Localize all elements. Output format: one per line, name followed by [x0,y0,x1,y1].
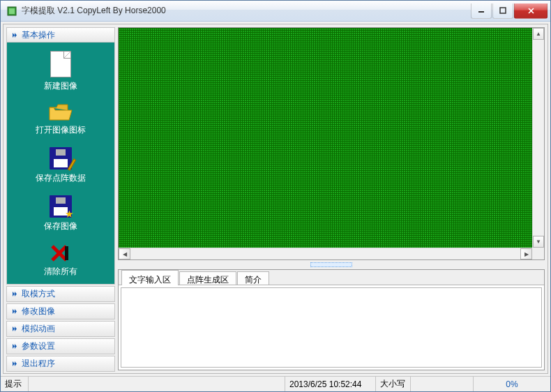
sidebar-item-label: 清除所有 [44,266,77,278]
sidebar-header[interactable]: 退出程序 [7,356,114,371]
sidebar-body: 新建图像 打开图像图标 保存点阵数据 ★ 保存图像 [7,43,114,284]
tab-label: 简介 [245,275,262,285]
scroll-down-button[interactable]: ▼ [533,236,544,248]
tab-strip: 文字输入区 点阵生成区 简介 [119,270,544,285]
main-area: ▲ ▼ ◀ ▶ 文字输入区 点阵生成区 简介 [115,24,548,373]
scroll-up-button[interactable]: ▲ [533,28,544,40]
floppy-save-icon [50,147,72,169]
sidebar-header-label: 参数设置 [22,340,55,352]
app-icon [6,6,17,17]
sidebar: 基本操作 新建图像 打开图像图标 保存点阵数据 [3,24,115,373]
sidebar-header[interactable]: 模拟动画 [7,322,114,336]
statusbar: 提示 2013/6/25 10:52:44 大小写 0% [1,376,550,391]
tab-about[interactable]: 简介 [237,271,269,285]
pixel-grid-canvas[interactable] [119,28,532,248]
sidebar-item-clear-all[interactable]: 清除所有 [7,243,114,278]
sidebar-header-label: 取模方式 [22,288,55,300]
scroll-corner [532,248,544,259]
canvas-frame: ▲ ▼ ◀ ▶ [118,27,545,260]
scroll-left-button[interactable]: ◀ [119,248,130,259]
window-controls [471,3,548,19]
sidebar-header[interactable]: 参数设置 [7,339,114,354]
tab-label: 文字输入区 [129,275,171,285]
status-caps: 大小写 [376,377,411,391]
chevron-icon [11,32,17,38]
sidebar-panel-extract-mode: 取模方式 [6,286,115,302]
chevron-icon [11,308,17,315]
status-hint-label: 提示 [1,377,29,391]
svg-rect-3 [65,246,68,260]
horizontal-scrollbar[interactable]: ◀ ▶ [119,248,532,259]
text-input-area[interactable] [121,287,542,368]
sidebar-item-save-image[interactable]: ★ 保存图像 [7,195,114,232]
tab-matrix-output[interactable]: 点阵生成区 [179,271,236,285]
status-datetime: 2013/6/25 10:52:44 [285,377,376,391]
svg-rect-1 [9,8,15,14]
tab-body [119,285,544,370]
status-spacer [29,377,285,391]
sidebar-header[interactable]: 修改图像 [7,304,114,319]
scroll-right-button[interactable]: ▶ [520,248,532,259]
sidebar-panel-modify-image: 修改图像 [6,303,115,319]
chevron-icon [11,291,17,297]
canvas-scroll: ▲ ▼ ◀ ▶ [119,28,544,259]
folder-icon [48,103,73,121]
window-title: 字模提取 V2.1 CopyLeft By Horse2000 [22,5,471,17]
clear-icon [50,243,72,263]
sidebar-item-open-image[interactable]: 打开图像图标 [7,103,114,136]
sidebar-item-save-matrix[interactable]: 保存点阵数据 [7,147,114,184]
sidebar-header-label: 退出程序 [22,358,55,370]
sidebar-panel-settings: 参数设置 [6,338,115,354]
chevron-icon [11,361,17,367]
vertical-scrollbar[interactable]: ▲ ▼ [532,28,544,248]
splitter[interactable] [118,262,545,268]
sidebar-header[interactable]: 取模方式 [7,287,114,301]
tab-text-input[interactable]: 文字输入区 [121,270,179,285]
chevron-icon [11,343,17,349]
splitter-grip-icon [310,262,352,267]
sidebar-item-new-image[interactable]: 新建图像 [7,51,114,92]
tab-label: 点阵生成区 [187,275,229,285]
close-button[interactable] [514,3,548,19]
sidebar-header-basic[interactable]: 基本操作 [7,28,114,43]
sidebar-panel-basic: 基本操作 新建图像 打开图像图标 保存点阵数据 [6,27,115,285]
minimize-button[interactable] [471,3,492,19]
client-area: 基本操作 新建图像 打开图像图标 保存点阵数据 [3,24,548,374]
new-file-icon [50,51,71,77]
sidebar-header-label: 基本操作 [22,29,55,41]
sidebar-panel-simulate: 模拟动画 [6,321,115,337]
app-window: 字模提取 V2.1 CopyLeft By Horse2000 基本操作 新建图… [0,0,551,392]
floppy-save-star-icon: ★ [50,195,72,218]
sidebar-header-label: 修改图像 [22,306,55,317]
bottom-tabs-panel: 文字输入区 点阵生成区 简介 [118,269,545,370]
titlebar[interactable]: 字模提取 V2.1 CopyLeft By Horse2000 [1,1,550,22]
sidebar-item-label: 打开图像图标 [36,124,86,136]
svg-rect-2 [500,8,506,13]
sidebar-header-label: 模拟动画 [22,323,55,335]
sidebar-panel-exit: 退出程序 [6,356,115,372]
chevron-icon [11,326,17,332]
status-progress: 0% [474,377,550,391]
status-blank [411,377,474,391]
maximize-button[interactable] [492,3,513,19]
sidebar-item-label: 保存点阵数据 [36,172,86,184]
sidebar-item-label: 保存图像 [44,220,77,232]
sidebar-item-label: 新建图像 [44,80,77,92]
